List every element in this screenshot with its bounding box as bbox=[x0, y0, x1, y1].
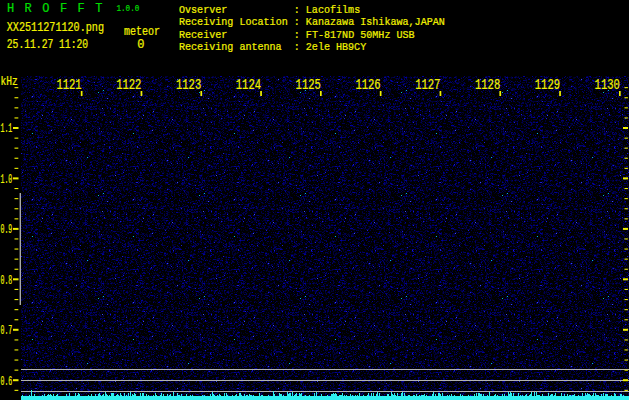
svg-text:1126: 1126 bbox=[355, 77, 380, 93]
svg-text:1130: 1130 bbox=[595, 77, 620, 93]
svg-text:R: R bbox=[25, 2, 32, 16]
svg-text:Receiving antenna : 2ele HB9C: Receiving antenna : 2ele HB9CY bbox=[179, 40, 366, 53]
svg-text:1122: 1122 bbox=[116, 77, 141, 93]
svg-text:1125: 1125 bbox=[296, 77, 321, 93]
svg-text:1.1: 1.1 bbox=[1, 122, 13, 136]
svg-text:meteor: meteor bbox=[124, 25, 160, 39]
svg-text:25.11.27 11:20: 25.11.27 11:20 bbox=[7, 38, 88, 52]
svg-text:0.8: 0.8 bbox=[1, 274, 13, 288]
svg-text:H: H bbox=[7, 2, 14, 16]
svg-text:1121: 1121 bbox=[56, 77, 81, 93]
svg-text:Receiver : FT-817ND: Receiver : FT-817ND 50MHz USB bbox=[179, 28, 415, 41]
svg-text:XX2511271120.png: XX2511271120.png bbox=[7, 21, 104, 35]
svg-text:0.6: 0.6 bbox=[1, 375, 13, 389]
svg-text:O: O bbox=[42, 2, 49, 16]
svg-text:1129: 1129 bbox=[535, 77, 560, 93]
svg-text:Ovserver : Lacofilms: Ovserver : Lacofilms bbox=[179, 3, 360, 16]
svg-text:1123: 1123 bbox=[176, 77, 201, 93]
svg-text:1128: 1128 bbox=[475, 77, 500, 93]
svg-text:Receiving Location : Kanazawa: Receiving Location : Kanazawa Ishikawa,J… bbox=[179, 15, 445, 28]
svg-text:F: F bbox=[78, 2, 85, 16]
svg-text:0.7: 0.7 bbox=[1, 324, 13, 338]
svg-text:0.9: 0.9 bbox=[1, 223, 13, 237]
svg-text:1124: 1124 bbox=[236, 77, 261, 93]
svg-text:kHz: kHz bbox=[1, 75, 18, 89]
svg-text:1.0.0: 1.0.0 bbox=[117, 4, 140, 14]
svg-text:T: T bbox=[95, 2, 102, 16]
svg-text:1.0: 1.0 bbox=[1, 173, 13, 187]
svg-text:F: F bbox=[60, 2, 67, 16]
svg-text:1127: 1127 bbox=[415, 77, 440, 93]
svg-text:0: 0 bbox=[137, 38, 144, 52]
